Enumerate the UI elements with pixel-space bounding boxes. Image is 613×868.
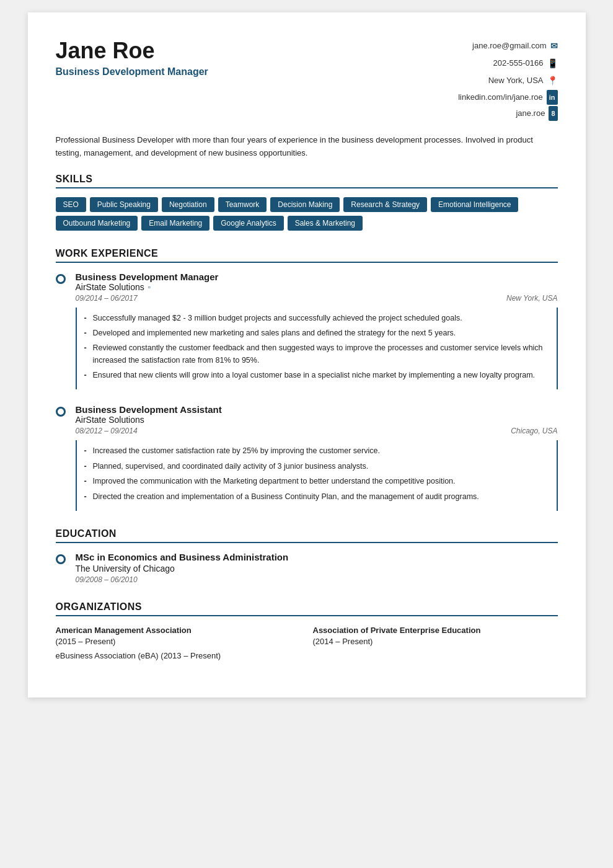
portfolio-icon: 8	[549, 106, 557, 121]
org-item: Association of Private Enterprise Educat…	[313, 625, 558, 647]
skill-tag: Email Marketing	[141, 216, 209, 231]
skill-tag: Research & Strategy	[343, 197, 427, 212]
edu-degree: MSc in Economics and Business Administra…	[76, 552, 558, 562]
skills-title: SKILLS	[56, 174, 558, 188]
job-date-location: 08/2012 – 09/2014 Chicago, USA	[76, 427, 558, 435]
phone-text: 202-555-0166	[493, 55, 544, 71]
education-title: EDUCATION	[56, 528, 558, 543]
summary-text: Professional Business Developer with mor…	[56, 134, 558, 160]
skills-tags-container: SEOPublic SpeakingNegotiationTeamworkDec…	[56, 197, 558, 231]
job-location: Chicago, USA	[511, 427, 557, 435]
skill-tag: Negotiation	[162, 197, 214, 212]
org-name: American Management Association	[56, 626, 192, 635]
email-row: jane.roe@gmail.com ✉	[458, 37, 557, 55]
job-date-location: 09/2014 – 06/2017 New York, USA	[76, 294, 558, 303]
orgs-grid: American Management Association(2015 – P…	[56, 625, 558, 647]
job-location: New York, USA	[506, 294, 557, 303]
location-icon: 📍	[547, 72, 558, 89]
skill-tag: Decision Making	[270, 197, 340, 212]
work-content: Business Development Assistant AirState …	[76, 404, 558, 511]
email-icon: ✉	[550, 37, 558, 55]
external-link-icon[interactable]: ▫	[148, 283, 151, 291]
job-date: 09/2014 – 06/2017	[76, 294, 138, 303]
resume-container: Jane Roe Business Development Manager ja…	[28, 12, 586, 698]
org-name: Association of Private Enterprise Educat…	[313, 626, 481, 635]
dot-circle	[56, 407, 66, 417]
work-item: Business Development Assistant AirState …	[56, 404, 558, 511]
job-bullets: Increased the customer satisfaction rate…	[76, 440, 558, 511]
list-item: Planned, supervised, and coordinated dai…	[84, 461, 549, 472]
orgs-title: ORGANIZATIONS	[56, 601, 558, 616]
work-experience-section: WORK EXPERIENCE Business Development Man…	[56, 248, 558, 511]
work-content: Business Development Manager AirState So…	[76, 272, 558, 390]
location-row: New York, USA 📍	[458, 72, 557, 89]
work-title: WORK EXPERIENCE	[56, 248, 558, 263]
portfolio-text: jane.roe	[516, 105, 545, 122]
org-item: American Management Association(2015 – P…	[56, 625, 301, 647]
list-item: Ensured that new clients will grow into …	[84, 370, 549, 381]
organizations-section: ORGANIZATIONS American Management Associ…	[56, 601, 558, 660]
timeline-dot	[56, 274, 66, 390]
edu-item: MSc in Economics and Business Administra…	[56, 552, 558, 584]
list-item: Successfully managed $2 - 3 million budg…	[84, 312, 549, 324]
dot-circle	[56, 274, 66, 284]
timeline-dot	[56, 407, 66, 511]
contact-info: jane.roe@gmail.com ✉ 202-555-0166 📱 New …	[458, 37, 557, 122]
header-section: Jane Roe Business Development Manager ja…	[56, 37, 558, 122]
skill-tag: SEO	[56, 197, 86, 212]
single-org: eBusiness Association (eBA) (2013 – Pres…	[56, 651, 558, 660]
list-item: Increased the customer satisfaction rate…	[84, 445, 549, 457]
linkedin-row[interactable]: linkedin.com/in/jane.roe in	[458, 89, 557, 105]
dot-circle	[56, 554, 66, 564]
timeline-dot	[56, 554, 66, 584]
list-item: Improved the communication with the Mark…	[84, 476, 549, 487]
phone-icon: 📱	[547, 55, 558, 72]
job-title: Business Development Assistant	[76, 404, 558, 415]
job-title: Business Development Manager	[76, 272, 558, 282]
candidate-name: Jane Roe	[56, 37, 208, 64]
skill-tag: Outbound Marketing	[56, 216, 138, 231]
edu-date: 09/2008 – 06/2010	[76, 575, 558, 584]
location-text: New York, USA	[488, 73, 544, 89]
company-name: AirState Solutions ▫	[76, 282, 558, 292]
skill-tag: Google Analytics	[213, 216, 283, 231]
candidate-title: Business Development Manager	[56, 66, 208, 78]
education-section: EDUCATION MSc in Economics and Business …	[56, 528, 558, 584]
edu-content: MSc in Economics and Business Administra…	[76, 552, 558, 584]
edu-items: MSc in Economics and Business Administra…	[56, 552, 558, 584]
skill-tag: Sales & Marketing	[288, 216, 363, 231]
skill-tag: Teamwork	[218, 197, 267, 212]
email-text: jane.roe@gmail.com	[472, 38, 546, 54]
skill-tag: Emotional Intelligence	[431, 197, 518, 212]
job-bullets: Successfully managed $2 - 3 million budg…	[76, 308, 558, 390]
phone-row: 202-555-0166 📱	[458, 55, 557, 72]
list-item: Reviewed constantly the customer feedbac…	[84, 342, 549, 366]
org-years: (2015 – Present)	[56, 637, 116, 646]
portfolio-row[interactable]: jane.roe 8	[458, 105, 557, 122]
linkedin-icon: in	[547, 90, 558, 105]
job-date: 08/2012 – 09/2014	[76, 427, 138, 435]
header-left: Jane Roe Business Development Manager	[56, 37, 208, 78]
list-item: Developed and implemented new marketing …	[84, 327, 549, 339]
edu-school: The University of Chicago	[76, 564, 558, 574]
work-items: Business Development Manager AirState So…	[56, 272, 558, 511]
list-item: Directed the creation and implementation…	[84, 491, 549, 503]
org-years: (2014 – Present)	[313, 637, 373, 646]
skills-section: SKILLS SEOPublic SpeakingNegotiationTeam…	[56, 174, 558, 231]
work-item: Business Development Manager AirState So…	[56, 272, 558, 390]
company-name: AirState Solutions	[76, 415, 558, 425]
skill-tag: Public Speaking	[90, 197, 158, 212]
linkedin-text: linkedin.com/in/jane.roe	[458, 89, 543, 105]
